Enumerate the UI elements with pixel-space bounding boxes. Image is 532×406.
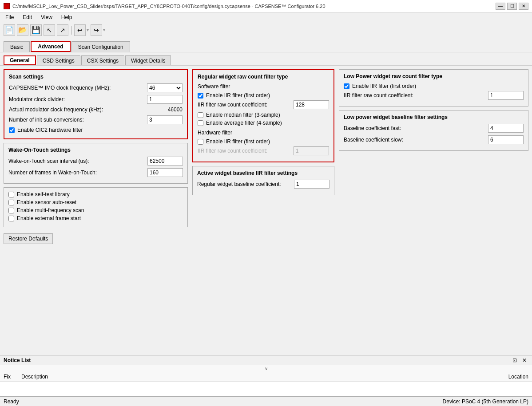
cic2-checkbox[interactable] [9, 127, 15, 133]
sensor-auto-reset-label: Enable sensor auto-reset [17, 199, 76, 205]
lp-iir-coeff-label: IIR filter raw count coefficient: [344, 92, 488, 99]
baseline-coeff-row: Regular widget baseline coefficient: [197, 180, 330, 189]
tab-advanced[interactable]: Advanced [31, 41, 70, 52]
cic2-row: Enable CIC2 hardware filter [9, 127, 183, 133]
hw-iir-coeff-input [294, 146, 329, 155]
redo-button[interactable]: ↪ [91, 24, 102, 36]
baseline-fast-input[interactable] [488, 124, 524, 133]
notice-close-button[interactable]: ✕ [520, 357, 528, 364]
maximize-button[interactable]: ☐ [507, 3, 517, 10]
sw-enable-iir-checkbox[interactable] [198, 93, 203, 99]
subtab-widget-details[interactable]: Widget Details [125, 55, 171, 65]
wot-interval-input[interactable] [147, 157, 183, 166]
subtab-csd-settings[interactable]: CSD Settings [37, 55, 80, 65]
lp-enable-iir-checkbox[interactable] [344, 83, 349, 89]
app-icon [4, 3, 10, 9]
hw-enable-iir-checkbox[interactable] [198, 139, 203, 145]
notice-undock-button[interactable]: ⊡ [511, 357, 519, 364]
init-sub-conv-label: Number of init sub-conversions: [9, 117, 147, 123]
undo-button[interactable]: ↩ [74, 24, 86, 36]
open-button[interactable]: 📂 [17, 24, 28, 36]
external-frame-row: Enable external frame start [8, 215, 183, 221]
menu-help[interactable]: Help [60, 13, 74, 21]
sw-enable-average-checkbox[interactable] [198, 120, 203, 126]
actual-freq-label: Actual modulator clock frequency (kHz): [9, 106, 166, 113]
lp-iir-coeff-row: IIR filter raw count coefficient: [344, 91, 524, 100]
minimize-button[interactable]: — [496, 3, 505, 10]
hw-iir-coeff-label: IIR filter raw count coefficient: [198, 148, 294, 154]
actual-freq-value: 46000 [168, 106, 183, 113]
regular-widget-filter-title: Regular widget raw count filter type [198, 74, 329, 80]
left-panel: Scan settings CAPSENSE™ IMO clock freque… [4, 69, 188, 310]
sw-enable-median-row: Enable median filter (3-sample) [198, 112, 329, 118]
multi-freq-checkbox[interactable] [8, 208, 14, 213]
self-test-row: Enable self-test library [8, 191, 183, 197]
export-alt-button[interactable]: ↗ [57, 24, 68, 36]
clock-freq-select[interactable]: 46 48 24 12 [147, 83, 183, 92]
restore-defaults-button[interactable]: Restore Defaults [4, 233, 53, 244]
baseline-slow-input[interactable] [488, 135, 524, 144]
toolbar: 📄 📂 💾 ↗ ↗ ↩ ▾ ↪ ▾ [0, 22, 532, 38]
hardware-filter-title: Hardware filter [198, 130, 329, 136]
hw-enable-iir-label: Enable IIR filter (first order) [206, 138, 270, 145]
lp-iir-coeff-input[interactable] [488, 91, 524, 100]
menu-view[interactable]: View [39, 13, 54, 21]
baseline-slow-row: Baseline coefficient slow: [344, 135, 524, 144]
col-fix-header: Fix [4, 374, 21, 380]
status-device: Device: PSoC 4 (5th Generation LP) [443, 398, 528, 405]
notice-collapse-button[interactable]: ∨ [0, 365, 532, 372]
wot-frames-input[interactable] [147, 168, 183, 177]
menu-file[interactable]: File [4, 13, 16, 21]
baseline-fast-label: Baseline coefficient fast: [344, 125, 488, 131]
subtab-csx-settings[interactable]: CSX Settings [81, 55, 124, 65]
main-tab-bar: Basic Advanced Scan Configuration [0, 38, 532, 52]
baseline-fast-row: Baseline coefficient fast: [344, 124, 524, 133]
init-sub-conv-row: Number of init sub-conversions: [9, 115, 183, 124]
wot-interval-label: Wake-on-Touch scan interval (us): [8, 158, 147, 164]
hw-iir-coeff-row: IIR filter raw count coefficient: [198, 146, 329, 155]
wot-frames-label: Number of frames in Wake-on-Touch: [8, 169, 147, 176]
sw-iir-coeff-label: IIR filter raw count coefficient: [198, 102, 294, 108]
lp-enable-iir-label: Enable IIR filter (first order) [352, 83, 416, 89]
title-bar: C:/mtw/MSCLP_Low_Power_CSD_Slider/bsps/T… [0, 0, 532, 12]
mod-clock-div-label: Modulator clock divider: [9, 96, 147, 102]
external-frame-checkbox[interactable] [8, 216, 14, 221]
mod-clock-div-input[interactable] [147, 95, 183, 104]
baseline-coeff-input[interactable] [294, 180, 330, 189]
low-power-widget-box: Low Power widget raw count filter type E… [339, 69, 528, 106]
right-panel: Low Power widget raw count filter type E… [339, 69, 528, 310]
close-button[interactable]: ✕ [519, 3, 528, 10]
multi-freq-row: Enable multi-frequency scan [8, 207, 183, 213]
new-button[interactable]: 📄 [4, 24, 15, 36]
toolbar-separator [71, 26, 71, 35]
sw-enable-average-label: Enable average filter (4-sample) [206, 120, 282, 126]
wot-interval-row: Wake-on-Touch scan interval (us): [8, 157, 183, 166]
sw-enable-median-checkbox[interactable] [198, 112, 203, 118]
col-description-header: Description [21, 374, 493, 380]
tab-scan-config[interactable]: Scan Configuration [71, 41, 130, 52]
wake-on-touch-title: Wake-On-Touch settings [8, 147, 183, 153]
lp-enable-iir-row: Enable IIR filter (first order) [344, 83, 524, 89]
low-power-widget-title: Low Power widget raw count filter type [344, 73, 524, 79]
sw-iir-coeff-input[interactable] [294, 100, 329, 109]
sw-enable-median-label: Enable median filter (3-sample) [206, 112, 280, 118]
notice-list-controls: ⊡ ✕ [511, 357, 528, 364]
status-ready: Ready [4, 398, 19, 405]
actual-freq-row: Actual modulator clock frequency (kHz): … [9, 106, 183, 113]
subtab-general[interactable]: General [4, 55, 36, 65]
menu-edit[interactable]: Edit [21, 13, 34, 21]
save-button[interactable]: 💾 [30, 24, 42, 36]
cic2-label: Enable CIC2 hardware filter [17, 127, 83, 133]
scan-settings-title: Scan settings [9, 74, 183, 80]
export-button[interactable]: ↗ [44, 24, 55, 36]
sw-enable-iir-row: Enable IIR filter (first order) [198, 92, 329, 99]
notice-list-content [0, 382, 532, 385]
init-sub-conv-input[interactable] [147, 115, 183, 124]
general-checkboxes-box: Enable self-test library Enable sensor a… [4, 187, 188, 227]
tab-basic[interactable]: Basic [4, 41, 30, 52]
sensor-auto-reset-checkbox[interactable] [8, 200, 14, 205]
baseline-slow-label: Baseline coefficient slow: [344, 137, 488, 143]
middle-panel: Regular widget raw count filter type Sof… [192, 69, 334, 310]
self-test-checkbox[interactable] [8, 192, 14, 197]
low-power-baseline-box: Low power widget baseline filter setting… [339, 110, 528, 151]
